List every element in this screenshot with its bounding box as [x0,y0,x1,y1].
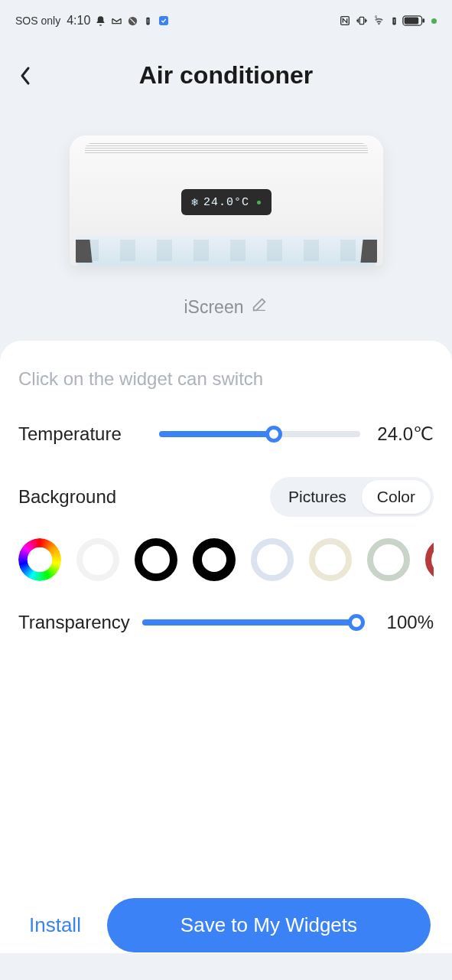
snowflake-icon: ❄ [191,195,199,210]
settings-panel: Click on the widget can switch Temperatu… [0,341,452,953]
svg-rect-11 [422,18,424,22]
carrier-text: SOS only [15,15,60,27]
save-button[interactable]: Save to My Widgets [107,898,431,952]
block-icon [127,15,138,27]
color-sage[interactable] [367,538,410,581]
edit-icon[interactable] [251,296,268,318]
power-led [257,201,261,204]
vibrate-icon [355,15,369,27]
page-title: Air conditioner [18,61,434,90]
ac-unit: ❄ 24.0°C [70,136,383,266]
seg-pictures[interactable]: Pictures [273,480,362,514]
bottom-bar: Install Save to My Widgets [0,898,452,952]
background-label: Background [18,486,116,508]
temperature-row: Temperature 24.0℃ [18,423,434,445]
ac-temp-readout: 24.0°C [203,196,249,209]
clock: 4:10 [67,14,90,28]
temperature-value: 24.0℃ [372,423,434,445]
color-lightblue[interactable] [251,538,294,581]
battery-icon [402,15,425,27]
seg-color[interactable]: Color [362,480,431,514]
back-button[interactable] [18,65,32,87]
transparency-value: 100% [376,612,434,633]
svg-rect-3 [159,16,168,25]
temperature-label: Temperature [18,423,147,445]
app-icon [158,15,170,27]
color-black-thick[interactable] [193,538,236,581]
transparency-row: Transparency 100% [18,612,434,633]
color-swatch-row [18,538,434,581]
color-cream[interactable] [309,538,352,581]
transparency-label: Transparency [18,612,130,633]
background-row: Background Pictures Color [18,477,434,517]
nfc-icon [338,15,352,27]
warn-icon: ! [389,15,399,27]
svg-text:!: ! [394,18,395,23]
bell-icon [95,15,106,27]
header: Air conditioner [0,38,452,105]
hint-text: Click on the widget can switch [18,368,434,390]
svg-text:6: 6 [375,15,377,19]
widget-preview[interactable]: ❄ 24.0°C [0,105,452,281]
transparency-slider[interactable] [142,613,363,632]
temperature-slider[interactable] [159,425,360,443]
mail-icon [111,15,122,27]
background-segmented: Pictures Color [270,477,434,517]
svg-text:!: ! [148,18,149,23]
color-black-thin[interactable] [135,538,177,581]
privacy-dot [431,18,437,24]
color-white[interactable] [76,538,119,581]
color-picker-rainbow[interactable] [18,538,61,581]
widget-name-row[interactable]: iScreen [0,281,452,341]
svg-rect-5 [359,17,363,24]
wifi-icon: 6 [372,15,386,27]
widget-brand: iScreen [184,297,244,318]
svg-rect-10 [405,18,419,24]
info-icon: ! [143,15,153,27]
install-button[interactable]: Install [21,903,89,948]
ac-display: ❄ 24.0°C [181,189,272,215]
status-right: 6 ! [338,15,437,27]
status-bar: SOS only 4:10 ! 6 ! [0,0,452,38]
status-left: SOS only 4:10 ! [15,14,170,28]
color-red[interactable] [425,538,434,581]
